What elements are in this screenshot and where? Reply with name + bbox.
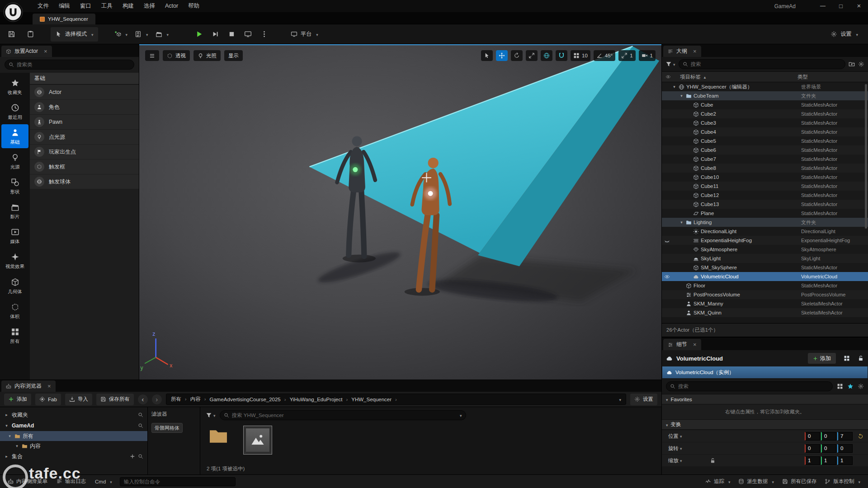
outliner-row[interactable]: Plane StaticMeshActor [662, 209, 868, 218]
status-bar-item[interactable]: 派生数据 [734, 478, 778, 485]
create-dropdown-button[interactable] [132, 27, 151, 42]
place-item[interactable]: Pawn [30, 115, 139, 129]
outliner-row[interactable]: ExponentialHeightFog ExponentialHeightFo… [662, 236, 868, 245]
place-category[interactable]: 媒体 [1, 224, 28, 248]
outliner-row[interactable]: Cube13 StaticMeshActor [662, 200, 868, 209]
path-history-icon[interactable] [618, 396, 621, 403]
play-control-button[interactable] [208, 27, 223, 42]
details-search-box[interactable] [666, 381, 833, 391]
place-search-input[interactable] [17, 62, 130, 67]
maximize-button[interactable] [832, 0, 850, 13]
scale-lock-icon[interactable] [710, 458, 716, 464]
viewport-tool-button[interactable]: 1 [618, 50, 635, 61]
save-all-button[interactable]: 保存所有 [96, 394, 134, 405]
create-folder-button[interactable] [849, 61, 855, 67]
place-search-box[interactable] [5, 60, 134, 70]
forward-button[interactable] [152, 394, 162, 404]
place-category[interactable]: 影片 [1, 199, 28, 223]
place-category[interactable]: 视觉效果 [1, 249, 28, 272]
search-icon[interactable] [138, 423, 143, 428]
place-category[interactable]: 所有 [1, 324, 28, 347]
collections-section-row[interactable]: 集合 [0, 451, 147, 462]
outliner-row[interactable]: Cube10 StaticMeshActor [662, 173, 868, 182]
outliner-column-header[interactable]: 项目标签 类型 [662, 71, 868, 82]
outliner-row[interactable]: YHW_Sequencer（编辑器） 世界场景 [662, 82, 868, 91]
level-asset-tile-selected[interactable] [244, 426, 272, 454]
search-icon[interactable] [138, 454, 143, 459]
outliner-row[interactable]: CubeTeam 文件夹 [662, 91, 868, 100]
favorites-section-row[interactable]: 收藏夹 [0, 409, 147, 420]
visibility-gutter[interactable] [662, 274, 672, 280]
close-icon[interactable] [47, 383, 51, 389]
place-category[interactable]: 光源 [1, 149, 28, 173]
outliner-row[interactable]: SkyLight SkyLight [662, 254, 868, 263]
platforms-dropdown[interactable]: 平台 [286, 27, 323, 42]
asset-filter-button[interactable] [206, 412, 216, 418]
viewport-tool-button[interactable] [481, 50, 493, 61]
place-item[interactable]: 角色 [30, 100, 139, 114]
breadcrumb-item[interactable]: YHW_Sequencer [351, 397, 401, 402]
cmd-dropdown[interactable]: Cmd [91, 475, 116, 488]
play-control-button[interactable] [224, 27, 239, 42]
viewport-tool-button[interactable] [511, 50, 523, 61]
tab-content-browser[interactable]: 内容浏览器 [1, 380, 56, 392]
outliner-row[interactable]: Cube2 StaticMeshActor [662, 109, 868, 118]
place-category[interactable]: 收藏夹 [1, 75, 28, 99]
play-control-button[interactable] [256, 27, 272, 42]
folder-tree-row[interactable]: 内容 [0, 441, 147, 451]
viewport-tool-button[interactable]: 10 [571, 50, 590, 61]
viewport-tool-button[interactable] [556, 50, 567, 61]
outliner-row[interactable]: Floor StaticMeshActor [662, 281, 868, 290]
import-button[interactable]: 导入 [65, 394, 92, 405]
add-asset-button[interactable]: 添加 [4, 394, 31, 405]
breadcrumb-item[interactable]: GameAdvertisingCourse_2025 [210, 397, 290, 402]
expander-icon[interactable] [679, 94, 684, 98]
item-label-column-header[interactable]: 项目标签 [680, 74, 707, 80]
display-filter-button[interactable] [837, 383, 843, 389]
breadcrumb-item[interactable]: YiHuWang_EduProject [290, 397, 352, 402]
menu-item[interactable]: 帮助 [183, 0, 204, 12]
outliner-filter-button[interactable] [665, 61, 675, 67]
viewport-tool-button[interactable] [526, 50, 538, 61]
close-icon[interactable] [693, 48, 697, 55]
menu-item[interactable]: 构建 [118, 0, 139, 12]
outliner-row[interactable]: Cube4 StaticMeshActor [662, 127, 868, 136]
menu-item[interactable]: 工具 [96, 0, 118, 12]
outliner-search-box[interactable] [679, 59, 845, 69]
y-value-field[interactable]: 0 [821, 444, 836, 453]
toolbar-button[interactable] [4, 27, 19, 42]
tab-place-actors[interactable]: 放置Actor [1, 46, 52, 57]
outliner-row[interactable]: SM_SkySphere StaticMeshActor [662, 263, 868, 272]
viewport-tool-button[interactable]: 1 [639, 50, 656, 61]
content-browser-settings-button[interactable]: 设置 [630, 394, 657, 405]
outliner-row[interactable]: Lighting 文件夹 [662, 218, 868, 227]
details-lock-button[interactable] [858, 355, 864, 361]
outliner-row[interactable]: DirectionalLight DirectionalLight [662, 227, 868, 236]
create-dropdown-button[interactable] [153, 27, 172, 42]
component-instance-row[interactable]: VolumetricCloud（实例） [662, 366, 868, 378]
eyeclosed-icon[interactable] [664, 238, 670, 244]
place-category[interactable]: 基础 [1, 124, 28, 148]
transform-property-dropdown[interactable]: 缩放 [668, 457, 710, 464]
place-category[interactable]: 几何体 [1, 274, 28, 298]
favorites-toggle-button[interactable] [847, 383, 854, 389]
outliner-row[interactable]: Cube5 StaticMeshActor [662, 136, 868, 145]
transform-property-dropdown[interactable]: 旋转 [668, 445, 710, 452]
menu-item[interactable]: 窗口 [75, 0, 96, 12]
close-icon[interactable] [693, 341, 697, 348]
fab-button[interactable]: Fab [35, 394, 61, 405]
z-value-field[interactable]: 0 [837, 444, 853, 453]
visibility-gutter[interactable] [662, 238, 672, 244]
expander-icon[interactable] [679, 220, 684, 225]
viewport-menu-pill[interactable] [145, 50, 159, 61]
play-control-button[interactable] [191, 27, 207, 42]
outliner-row[interactable]: Cube7 StaticMeshActor [662, 155, 868, 164]
menu-item[interactable]: Actor [160, 0, 183, 12]
transform-property-dropdown[interactable]: 位置 [668, 433, 710, 440]
menu-item[interactable]: 文件 [33, 0, 54, 12]
place-item[interactable]: 触发球体 [30, 174, 139, 189]
favorites-section-header[interactable]: Favorites [662, 394, 868, 404]
details-settings-button[interactable] [858, 383, 864, 389]
tab-details[interactable]: 细节 [663, 339, 701, 350]
viewport-menu-pill[interactable]: 透视 [163, 50, 190, 61]
